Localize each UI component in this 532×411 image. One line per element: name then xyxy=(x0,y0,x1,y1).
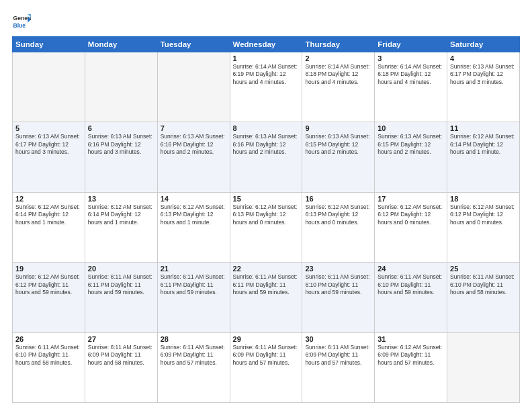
day-cell: 18Sunrise: 6:12 AM Sunset: 6:12 PM Dayli… xyxy=(447,192,520,262)
day-info: Sunrise: 6:12 AM Sunset: 6:09 PM Dayligh… xyxy=(378,344,444,367)
day-info: Sunrise: 6:14 AM Sunset: 6:18 PM Dayligh… xyxy=(378,63,444,86)
day-number: 10 xyxy=(378,124,444,132)
day-number: 19 xyxy=(15,265,82,273)
day-cell: 6Sunrise: 6:13 AM Sunset: 6:16 PM Daylig… xyxy=(85,122,157,192)
day-number: 15 xyxy=(233,195,300,203)
svg-text:Blue: Blue xyxy=(13,22,26,29)
day-number: 7 xyxy=(161,124,227,132)
week-row-1: 1Sunrise: 6:14 AM Sunset: 6:19 PM Daylig… xyxy=(13,52,520,122)
day-info: Sunrise: 6:12 AM Sunset: 6:14 PM Dayligh… xyxy=(88,203,154,226)
day-cell xyxy=(447,332,520,402)
day-cell: 4Sunrise: 6:13 AM Sunset: 6:17 PM Daylig… xyxy=(447,52,520,122)
day-number: 21 xyxy=(161,265,227,273)
day-info: Sunrise: 6:13 AM Sunset: 6:16 PM Dayligh… xyxy=(161,133,227,156)
week-row-3: 12Sunrise: 6:12 AM Sunset: 6:14 PM Dayli… xyxy=(13,192,520,262)
day-cell: 23Sunrise: 6:11 AM Sunset: 6:10 PM Dayli… xyxy=(302,263,375,332)
day-info: Sunrise: 6:11 AM Sunset: 6:10 PM Dayligh… xyxy=(15,344,82,367)
weekday-sunday: Sunday xyxy=(13,37,85,52)
day-info: Sunrise: 6:11 AM Sunset: 6:10 PM Dayligh… xyxy=(305,273,371,296)
day-info: Sunrise: 6:11 AM Sunset: 6:10 PM Dayligh… xyxy=(378,273,444,296)
day-cell: 9Sunrise: 6:13 AM Sunset: 6:15 PM Daylig… xyxy=(302,122,375,192)
day-number: 30 xyxy=(305,335,371,343)
day-number: 5 xyxy=(15,124,82,132)
day-cell: 17Sunrise: 6:12 AM Sunset: 6:12 PM Dayli… xyxy=(375,192,447,262)
day-cell xyxy=(85,52,157,122)
day-cell: 16Sunrise: 6:12 AM Sunset: 6:13 PM Dayli… xyxy=(302,192,375,262)
day-number: 18 xyxy=(450,195,517,203)
day-number: 23 xyxy=(305,265,371,273)
day-cell: 10Sunrise: 6:13 AM Sunset: 6:15 PM Dayli… xyxy=(375,122,447,192)
day-info: Sunrise: 6:12 AM Sunset: 6:13 PM Dayligh… xyxy=(305,203,371,226)
day-cell: 31Sunrise: 6:12 AM Sunset: 6:09 PM Dayli… xyxy=(375,332,447,402)
week-row-2: 5Sunrise: 6:13 AM Sunset: 6:17 PM Daylig… xyxy=(13,122,520,192)
weekday-wednesday: Wednesday xyxy=(230,37,302,52)
day-info: Sunrise: 6:11 AM Sunset: 6:11 PM Dayligh… xyxy=(161,273,227,296)
day-info: Sunrise: 6:13 AM Sunset: 6:16 PM Dayligh… xyxy=(88,133,154,156)
week-row-4: 19Sunrise: 6:12 AM Sunset: 6:12 PM Dayli… xyxy=(13,263,520,332)
day-cell: 5Sunrise: 6:13 AM Sunset: 6:17 PM Daylig… xyxy=(13,122,85,192)
day-info: Sunrise: 6:11 AM Sunset: 6:09 PM Dayligh… xyxy=(233,344,300,367)
day-info: Sunrise: 6:11 AM Sunset: 6:09 PM Dayligh… xyxy=(161,344,227,367)
day-cell: 3Sunrise: 6:14 AM Sunset: 6:18 PM Daylig… xyxy=(375,52,447,122)
day-number: 31 xyxy=(378,335,444,343)
weekday-saturday: Saturday xyxy=(447,37,520,52)
weekday-tuesday: Tuesday xyxy=(157,37,230,52)
day-info: Sunrise: 6:14 AM Sunset: 6:19 PM Dayligh… xyxy=(233,63,300,86)
day-info: Sunrise: 6:12 AM Sunset: 6:14 PM Dayligh… xyxy=(450,133,517,156)
day-info: Sunrise: 6:12 AM Sunset: 6:14 PM Dayligh… xyxy=(15,203,82,226)
day-info: Sunrise: 6:11 AM Sunset: 6:10 PM Dayligh… xyxy=(450,273,517,296)
day-info: Sunrise: 6:11 AM Sunset: 6:11 PM Dayligh… xyxy=(88,273,154,296)
day-cell: 1Sunrise: 6:14 AM Sunset: 6:19 PM Daylig… xyxy=(230,52,302,122)
day-info: Sunrise: 6:14 AM Sunset: 6:18 PM Dayligh… xyxy=(305,63,371,86)
day-cell: 22Sunrise: 6:11 AM Sunset: 6:11 PM Dayli… xyxy=(230,263,302,332)
day-number: 29 xyxy=(233,335,300,343)
day-number: 24 xyxy=(378,265,444,273)
day-number: 17 xyxy=(378,195,444,203)
day-info: Sunrise: 6:11 AM Sunset: 6:11 PM Dayligh… xyxy=(233,273,300,296)
day-info: Sunrise: 6:11 AM Sunset: 6:09 PM Dayligh… xyxy=(305,344,371,367)
day-info: Sunrise: 6:11 AM Sunset: 6:09 PM Dayligh… xyxy=(88,344,154,367)
day-cell xyxy=(157,52,230,122)
day-info: Sunrise: 6:13 AM Sunset: 6:15 PM Dayligh… xyxy=(305,133,371,156)
day-info: Sunrise: 6:12 AM Sunset: 6:13 PM Dayligh… xyxy=(233,203,300,226)
day-info: Sunrise: 6:13 AM Sunset: 6:16 PM Dayligh… xyxy=(233,133,300,156)
day-number: 22 xyxy=(233,265,300,273)
weekday-thursday: Thursday xyxy=(302,37,375,52)
day-cell: 26Sunrise: 6:11 AM Sunset: 6:10 PM Dayli… xyxy=(13,332,85,402)
day-cell: 14Sunrise: 6:12 AM Sunset: 6:13 PM Dayli… xyxy=(157,192,230,262)
day-cell: 2Sunrise: 6:14 AM Sunset: 6:18 PM Daylig… xyxy=(302,52,375,122)
day-cell: 30Sunrise: 6:11 AM Sunset: 6:09 PM Dayli… xyxy=(302,332,375,402)
day-number: 25 xyxy=(450,265,517,273)
day-cell: 8Sunrise: 6:13 AM Sunset: 6:16 PM Daylig… xyxy=(230,122,302,192)
day-cell: 13Sunrise: 6:12 AM Sunset: 6:14 PM Dayli… xyxy=(85,192,157,262)
week-row-5: 26Sunrise: 6:11 AM Sunset: 6:10 PM Dayli… xyxy=(13,332,520,402)
day-info: Sunrise: 6:12 AM Sunset: 6:12 PM Dayligh… xyxy=(15,273,82,296)
logo: General Blue xyxy=(12,12,34,31)
day-number: 27 xyxy=(88,335,154,343)
day-number: 13 xyxy=(88,195,154,203)
day-info: Sunrise: 6:13 AM Sunset: 6:17 PM Dayligh… xyxy=(450,63,517,86)
day-number: 6 xyxy=(88,124,154,132)
page: General Blue SundayMondayTuesdayWednesda… xyxy=(0,0,532,411)
day-number: 28 xyxy=(161,335,227,343)
day-number: 20 xyxy=(88,265,154,273)
day-cell: 27Sunrise: 6:11 AM Sunset: 6:09 PM Dayli… xyxy=(85,332,157,402)
day-info: Sunrise: 6:12 AM Sunset: 6:12 PM Dayligh… xyxy=(378,203,444,226)
day-cell: 7Sunrise: 6:13 AM Sunset: 6:16 PM Daylig… xyxy=(157,122,230,192)
day-number: 8 xyxy=(233,124,300,132)
day-cell: 11Sunrise: 6:12 AM Sunset: 6:14 PM Dayli… xyxy=(447,122,520,192)
day-number: 26 xyxy=(15,335,82,343)
weekday-friday: Friday xyxy=(375,37,447,52)
day-number: 12 xyxy=(15,195,82,203)
day-info: Sunrise: 6:13 AM Sunset: 6:15 PM Dayligh… xyxy=(378,133,444,156)
calendar: SundayMondayTuesdayWednesdayThursdayFrid… xyxy=(12,36,520,403)
day-cell: 24Sunrise: 6:11 AM Sunset: 6:10 PM Dayli… xyxy=(375,263,447,332)
day-info: Sunrise: 6:13 AM Sunset: 6:17 PM Dayligh… xyxy=(15,133,82,156)
day-cell: 29Sunrise: 6:11 AM Sunset: 6:09 PM Dayli… xyxy=(230,332,302,402)
day-cell: 19Sunrise: 6:12 AM Sunset: 6:12 PM Dayli… xyxy=(13,263,85,332)
day-cell xyxy=(13,52,85,122)
day-cell: 15Sunrise: 6:12 AM Sunset: 6:13 PM Dayli… xyxy=(230,192,302,262)
day-number: 1 xyxy=(233,54,300,62)
day-number: 16 xyxy=(305,195,371,203)
logo-icon: General Blue xyxy=(12,12,31,31)
